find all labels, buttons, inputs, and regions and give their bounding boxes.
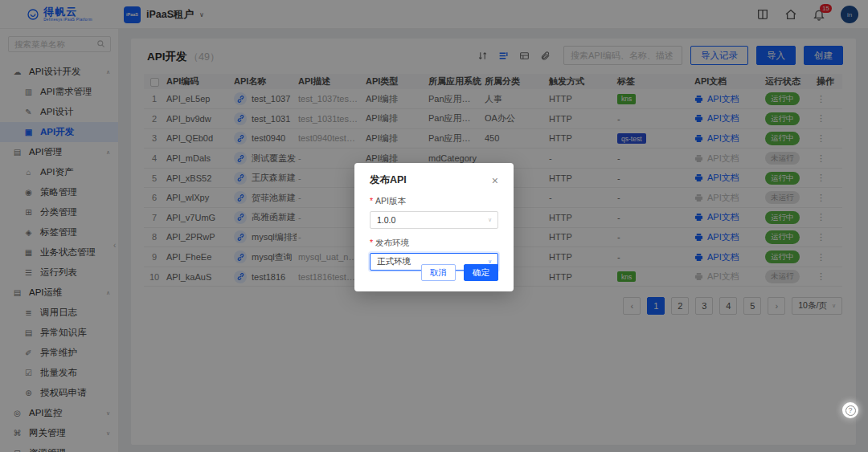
app-root: 得帆云 Definesys iPaaS Platform iPaaS iPaaS…: [0, 0, 868, 452]
publish-env-value: 正式环境: [377, 256, 411, 267]
close-icon[interactable]: ×: [492, 175, 498, 186]
confirm-button[interactable]: 确定: [464, 264, 498, 281]
api-version-select[interactable]: 1.0.0 ∨: [370, 211, 498, 229]
api-version-value: 1.0.0: [377, 215, 395, 225]
chevron-down-icon: ∨: [488, 217, 492, 223]
publish-env-label: *发布环境: [370, 238, 498, 249]
required-asterisk: *: [370, 196, 373, 206]
cancel-button[interactable]: 取消: [421, 264, 456, 281]
required-asterisk: *: [370, 238, 373, 247]
modal-title: 发布API: [370, 173, 407, 187]
publish-api-modal: 发布API × *API版本 1.0.0 ∨ *发布环境 正式环境 ∨ 取消 确…: [354, 163, 514, 291]
question-mark-icon: ?: [845, 405, 856, 416]
api-version-label: *API版本: [370, 196, 498, 207]
help-button[interactable]: ?: [842, 402, 858, 418]
